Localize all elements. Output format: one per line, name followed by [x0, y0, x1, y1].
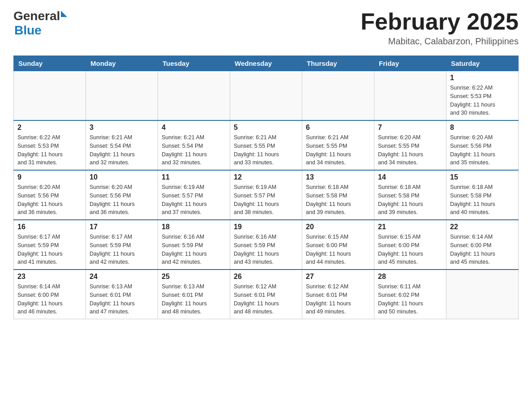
- table-row: 12Sunrise: 6:19 AM Sunset: 5:57 PM Dayli…: [230, 170, 302, 220]
- calendar-week-row: 1Sunrise: 6:22 AM Sunset: 5:53 PM Daylig…: [14, 71, 519, 121]
- logo-general: General: [13, 9, 60, 23]
- table-row: 26Sunrise: 6:12 AM Sunset: 6:01 PM Dayli…: [230, 270, 302, 319]
- day-number: 10: [90, 173, 154, 181]
- day-number: 18: [162, 223, 226, 231]
- table-row: 15Sunrise: 6:18 AM Sunset: 5:58 PM Dayli…: [446, 170, 519, 220]
- day-info: Sunrise: 6:12 AM Sunset: 6:01 PM Dayligh…: [234, 283, 298, 316]
- day-info: Sunrise: 6:14 AM Sunset: 6:00 PM Dayligh…: [450, 233, 515, 266]
- day-number: 15: [450, 173, 515, 181]
- day-info: Sunrise: 6:18 AM Sunset: 5:58 PM Dayligh…: [450, 183, 515, 217]
- table-row: 21Sunrise: 6:15 AM Sunset: 6:00 PM Dayli…: [374, 220, 446, 270]
- day-info: Sunrise: 6:17 AM Sunset: 5:59 PM Dayligh…: [17, 233, 82, 266]
- day-number: 27: [306, 273, 370, 281]
- day-number: 28: [378, 273, 442, 281]
- day-info: Sunrise: 6:16 AM Sunset: 5:59 PM Dayligh…: [234, 233, 298, 266]
- day-number: 12: [234, 173, 298, 181]
- calendar-week-row: 2Sunrise: 6:22 AM Sunset: 5:53 PM Daylig…: [14, 120, 519, 170]
- day-info: Sunrise: 6:14 AM Sunset: 6:00 PM Dayligh…: [17, 283, 82, 316]
- day-info: Sunrise: 6:13 AM Sunset: 6:01 PM Dayligh…: [162, 283, 226, 316]
- table-row: [14, 71, 86, 121]
- table-row: 10Sunrise: 6:20 AM Sunset: 5:56 PM Dayli…: [86, 170, 158, 220]
- day-number: 17: [90, 223, 154, 231]
- table-row: [86, 71, 158, 121]
- day-info: Sunrise: 6:12 AM Sunset: 6:01 PM Dayligh…: [306, 283, 370, 316]
- day-info: Sunrise: 6:20 AM Sunset: 5:56 PM Dayligh…: [90, 183, 154, 217]
- day-number: 21: [378, 223, 442, 231]
- table-row: 28Sunrise: 6:11 AM Sunset: 6:02 PM Dayli…: [374, 270, 446, 319]
- table-row: 11Sunrise: 6:19 AM Sunset: 5:57 PM Dayli…: [158, 170, 230, 220]
- table-row: 3Sunrise: 6:21 AM Sunset: 5:54 PM Daylig…: [86, 120, 158, 170]
- table-row: 19Sunrise: 6:16 AM Sunset: 5:59 PM Dayli…: [230, 220, 302, 270]
- day-number: 22: [450, 223, 515, 231]
- calendar-week-row: 16Sunrise: 6:17 AM Sunset: 5:59 PM Dayli…: [14, 220, 519, 270]
- table-row: 14Sunrise: 6:18 AM Sunset: 5:58 PM Dayli…: [374, 170, 446, 220]
- day-info: Sunrise: 6:15 AM Sunset: 6:00 PM Dayligh…: [306, 233, 370, 266]
- table-row: 13Sunrise: 6:18 AM Sunset: 5:58 PM Dayli…: [302, 170, 374, 220]
- table-row: 7Sunrise: 6:20 AM Sunset: 5:55 PM Daylig…: [374, 120, 446, 170]
- table-row: 16Sunrise: 6:17 AM Sunset: 5:59 PM Dayli…: [14, 220, 86, 270]
- day-number: 20: [306, 223, 370, 231]
- calendar-table: Sunday Monday Tuesday Wednesday Thursday…: [13, 56, 519, 319]
- day-info: Sunrise: 6:22 AM Sunset: 5:53 PM Dayligh…: [17, 133, 82, 167]
- calendar-title: February 2025: [360, 9, 519, 34]
- day-info: Sunrise: 6:21 AM Sunset: 5:55 PM Dayligh…: [306, 133, 370, 167]
- table-row: [230, 71, 302, 121]
- day-number: 5: [234, 124, 298, 132]
- logo-blue: Blue: [14, 23, 42, 38]
- table-row: 2Sunrise: 6:22 AM Sunset: 5:53 PM Daylig…: [14, 120, 86, 170]
- day-info: Sunrise: 6:20 AM Sunset: 5:56 PM Dayligh…: [450, 133, 515, 167]
- day-info: Sunrise: 6:17 AM Sunset: 5:59 PM Dayligh…: [90, 233, 154, 266]
- table-row: 18Sunrise: 6:16 AM Sunset: 5:59 PM Dayli…: [158, 220, 230, 270]
- table-row: 22Sunrise: 6:14 AM Sunset: 6:00 PM Dayli…: [446, 220, 519, 270]
- day-number: 25: [162, 273, 226, 281]
- day-info: Sunrise: 6:21 AM Sunset: 5:54 PM Dayligh…: [162, 133, 226, 167]
- col-saturday: Saturday: [446, 56, 519, 71]
- day-number: 2: [17, 124, 82, 132]
- day-info: Sunrise: 6:22 AM Sunset: 5:53 PM Dayligh…: [450, 84, 515, 117]
- col-sunday: Sunday: [14, 56, 86, 71]
- day-info: Sunrise: 6:21 AM Sunset: 5:55 PM Dayligh…: [234, 133, 298, 167]
- table-row: 6Sunrise: 6:21 AM Sunset: 5:55 PM Daylig…: [302, 120, 374, 170]
- table-row: 25Sunrise: 6:13 AM Sunset: 6:01 PM Dayli…: [158, 270, 230, 319]
- table-row: 24Sunrise: 6:13 AM Sunset: 6:01 PM Dayli…: [86, 270, 158, 319]
- day-info: Sunrise: 6:18 AM Sunset: 5:58 PM Dayligh…: [378, 183, 442, 217]
- day-number: 23: [17, 273, 82, 281]
- day-info: Sunrise: 6:18 AM Sunset: 5:58 PM Dayligh…: [306, 183, 370, 217]
- table-row: [158, 71, 230, 121]
- day-number: 6: [306, 124, 370, 132]
- day-number: 3: [90, 124, 154, 132]
- day-number: 24: [90, 273, 154, 281]
- day-info: Sunrise: 6:11 AM Sunset: 6:02 PM Dayligh…: [378, 283, 442, 316]
- day-number: 4: [162, 124, 226, 132]
- day-number: 9: [17, 173, 82, 181]
- table-row: [446, 270, 519, 319]
- col-monday: Monday: [86, 56, 158, 71]
- day-info: Sunrise: 6:19 AM Sunset: 5:57 PM Dayligh…: [234, 183, 298, 217]
- page-header: General Blue February 2025 Mabitac, Cala…: [13, 9, 519, 47]
- day-info: Sunrise: 6:16 AM Sunset: 5:59 PM Dayligh…: [162, 233, 226, 266]
- table-row: 27Sunrise: 6:12 AM Sunset: 6:01 PM Dayli…: [302, 270, 374, 319]
- day-number: 8: [450, 124, 515, 132]
- logo: General Blue: [13, 9, 67, 38]
- calendar-week-row: 9Sunrise: 6:20 AM Sunset: 5:56 PM Daylig…: [14, 170, 519, 220]
- col-tuesday: Tuesday: [158, 56, 230, 71]
- table-row: [374, 71, 446, 121]
- table-row: 5Sunrise: 6:21 AM Sunset: 5:55 PM Daylig…: [230, 120, 302, 170]
- table-row: 17Sunrise: 6:17 AM Sunset: 5:59 PM Dayli…: [86, 220, 158, 270]
- day-info: Sunrise: 6:19 AM Sunset: 5:57 PM Dayligh…: [162, 183, 226, 217]
- col-wednesday: Wednesday: [230, 56, 302, 71]
- table-row: 9Sunrise: 6:20 AM Sunset: 5:56 PM Daylig…: [14, 170, 86, 220]
- day-number: 26: [234, 273, 298, 281]
- day-info: Sunrise: 6:21 AM Sunset: 5:54 PM Dayligh…: [90, 133, 154, 167]
- day-info: Sunrise: 6:20 AM Sunset: 5:56 PM Dayligh…: [17, 183, 82, 217]
- calendar-week-row: 23Sunrise: 6:14 AM Sunset: 6:00 PM Dayli…: [14, 270, 519, 319]
- day-number: 19: [234, 223, 298, 231]
- calendar-subtitle: Mabitac, Calabarzon, Philippines: [360, 36, 519, 47]
- day-info: Sunrise: 6:15 AM Sunset: 6:00 PM Dayligh…: [378, 233, 442, 266]
- col-friday: Friday: [374, 56, 446, 71]
- title-section: February 2025 Mabitac, Calabarzon, Phili…: [360, 9, 519, 47]
- table-row: 1Sunrise: 6:22 AM Sunset: 5:53 PM Daylig…: [446, 71, 519, 121]
- table-row: 20Sunrise: 6:15 AM Sunset: 6:00 PM Dayli…: [302, 220, 374, 270]
- day-info: Sunrise: 6:20 AM Sunset: 5:55 PM Dayligh…: [378, 133, 442, 167]
- table-row: [302, 71, 374, 121]
